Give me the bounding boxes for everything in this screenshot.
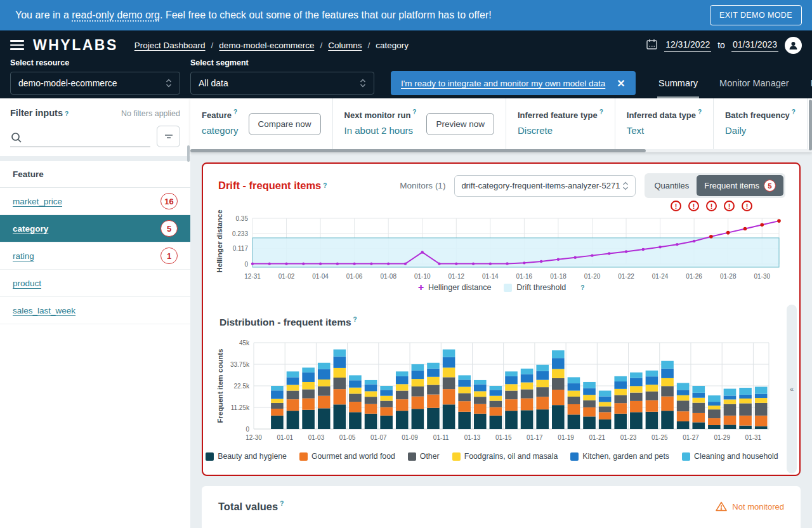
sidebar-scrollbar[interactable] bbox=[187, 145, 190, 162]
filter-inputs-panel: Filter inputs? No filters applied bbox=[0, 98, 190, 156]
quantiles-toggle[interactable]: Quantiles bbox=[646, 176, 697, 195]
sidebar-item-product[interactable]: product bbox=[0, 270, 190, 297]
help-icon[interactable]: ? bbox=[580, 284, 584, 291]
breadcrumb-item[interactable]: Project Dashboard bbox=[134, 41, 206, 50]
hamburger-menu-icon[interactable] bbox=[10, 40, 24, 50]
svg-text:Frequent item counts: Frequent item counts bbox=[216, 349, 224, 423]
svg-text:01-17: 01-17 bbox=[527, 434, 543, 441]
distribution-title: Distribution - frequent items? bbox=[219, 316, 357, 328]
help-icon[interactable]: ? bbox=[65, 110, 69, 117]
user-avatar[interactable] bbox=[785, 37, 802, 54]
feature-link[interactable]: sales_last_week bbox=[13, 306, 75, 315]
svg-text:01-20: 01-20 bbox=[584, 273, 601, 280]
help-icon[interactable]: ? bbox=[233, 109, 237, 116]
help-icon[interactable]: ? bbox=[353, 316, 357, 323]
svg-text:01-09: 01-09 bbox=[402, 434, 418, 441]
series-swatch-icon bbox=[452, 452, 461, 461]
select-resource-label: Select resource bbox=[10, 58, 180, 67]
monitor-select[interactable]: drift-category-frequent-items-analyzer-5… bbox=[454, 175, 636, 197]
svg-text:01-28: 01-28 bbox=[720, 273, 737, 280]
breadcrumb-item[interactable]: Columns bbox=[328, 41, 362, 50]
exit-demo-mode-button[interactable]: EXIT DEMO MODE bbox=[710, 5, 802, 25]
legend-item-hellinger-distance: ✚Hellinger distance bbox=[418, 283, 492, 292]
calendar-icon[interactable] bbox=[646, 38, 658, 52]
sidebar-item-sales_last_week[interactable]: sales_last_week bbox=[0, 297, 190, 324]
svg-text:01-22: 01-22 bbox=[618, 273, 634, 280]
svg-text:22.5k: 22.5k bbox=[234, 383, 250, 390]
not-monitored-status: Not monitored bbox=[716, 501, 784, 512]
svg-text:01-15: 01-15 bbox=[495, 434, 512, 441]
date-range-start-field[interactable]: 12/31/2022 bbox=[664, 39, 711, 52]
legend-item-foodgrains-oil-and-masala: Foodgrains, oil and masala bbox=[452, 452, 558, 461]
info-cell-next-monitor-run: Next monitor run?In about 2 hoursPreview… bbox=[333, 98, 506, 152]
frequent-items-toggle[interactable]: Frequent items 5 bbox=[697, 175, 783, 196]
svg-text:01-02: 01-02 bbox=[278, 273, 295, 280]
svg-text:01-18: 01-18 bbox=[550, 273, 566, 280]
svg-text:01-05: 01-05 bbox=[339, 434, 356, 441]
series-swatch-icon bbox=[682, 452, 690, 461]
breadcrumb-item[interactable]: demo-model-ecommerce bbox=[219, 41, 314, 50]
help-icon[interactable]: ? bbox=[698, 109, 702, 116]
legend-item-drift-threshold: Drift threshold bbox=[504, 283, 566, 292]
svg-text:01-24: 01-24 bbox=[652, 273, 669, 280]
help-icon[interactable]: ? bbox=[412, 109, 416, 116]
tab-profiles[interactable]: Profiles bbox=[809, 78, 812, 98]
info-label: Inferred data type bbox=[627, 110, 696, 120]
info-value: category bbox=[202, 125, 239, 136]
help-icon[interactable]: ? bbox=[280, 500, 284, 507]
svg-text:0.117: 0.117 bbox=[233, 245, 249, 252]
tab-summary[interactable]: Summary bbox=[657, 78, 699, 98]
compare-now-button[interactable]: Compare now bbox=[249, 113, 321, 135]
total-values-title: Total values? bbox=[218, 500, 284, 513]
sidebar-item-category[interactable]: category5 bbox=[0, 215, 190, 242]
svg-text:01-08: 01-08 bbox=[380, 273, 396, 280]
line-marker-icon: ✚ bbox=[418, 284, 424, 292]
breadcrumb: Project Dashboard/demo-model-ecommerce/C… bbox=[134, 41, 409, 50]
page-vscrollbar-thumb[interactable] bbox=[809, 100, 812, 150]
feature-link[interactable]: category bbox=[13, 224, 48, 234]
distribution-bar-chart: 011.25k22.5k33.75k45k12-3001-0101-0301-0… bbox=[214, 334, 789, 453]
svg-text:33.75k: 33.75k bbox=[230, 361, 250, 368]
svg-text:01-21: 01-21 bbox=[589, 434, 606, 441]
filter-button[interactable] bbox=[157, 126, 180, 147]
threshold-swatch-icon bbox=[504, 284, 512, 292]
whylabs-logo: WHYLABS bbox=[33, 37, 118, 54]
feature-info-bar: Feature?categoryCompare nowNext monitor … bbox=[190, 98, 812, 152]
svg-text:12-31: 12-31 bbox=[244, 273, 261, 280]
svg-text:01-29: 01-29 bbox=[714, 434, 730, 441]
help-icon[interactable]: ? bbox=[599, 109, 603, 116]
resource-select[interactable]: demo-model-ecommerce bbox=[10, 72, 180, 95]
feature-link[interactable]: product bbox=[13, 279, 41, 288]
segment-select[interactable]: All data bbox=[190, 72, 374, 95]
svg-text:45k: 45k bbox=[239, 340, 250, 346]
svg-text:01-16: 01-16 bbox=[516, 273, 533, 280]
feature-list-panel: Feature market_price16category5rating1pr… bbox=[0, 161, 190, 528]
svg-text:11.25k: 11.25k bbox=[231, 404, 250, 411]
sidebar-item-market_price[interactable]: market_price16 bbox=[0, 188, 190, 215]
info-bar-hscrollbar-thumb[interactable] bbox=[190, 149, 646, 152]
info-label: Inferred feature type bbox=[518, 110, 598, 120]
feature-link[interactable]: market_price bbox=[13, 197, 62, 206]
info-value: Daily bbox=[725, 125, 796, 136]
svg-text:01-07: 01-07 bbox=[370, 434, 387, 441]
chevron-up-down-icon bbox=[622, 181, 629, 191]
read-only-demo-org-link[interactable]: read-only demo org bbox=[72, 10, 160, 20]
preview-now-button[interactable]: Preview now bbox=[426, 113, 494, 135]
help-icon[interactable]: ? bbox=[792, 109, 796, 116]
feature-link[interactable]: rating bbox=[13, 251, 34, 261]
chevron-up-down-icon bbox=[360, 78, 366, 88]
help-icon[interactable]: ? bbox=[323, 182, 327, 189]
svg-text:01-25: 01-25 bbox=[652, 434, 668, 441]
distribution-chart-legend: Beauty and hygieneGourmet and world food… bbox=[203, 452, 799, 461]
sidebar-item-rating[interactable]: rating1 bbox=[0, 242, 190, 270]
feature-search-input[interactable] bbox=[10, 131, 150, 147]
date-range-end-field[interactable]: 01/31/2023 bbox=[731, 39, 778, 52]
filter-inputs-title: Filter inputs bbox=[10, 108, 63, 118]
svg-text:01-10: 01-10 bbox=[414, 273, 431, 280]
tab-monitor-manager[interactable]: Monitor Manager bbox=[718, 78, 790, 98]
close-icon[interactable]: ✕ bbox=[617, 77, 625, 89]
integration-banner-link[interactable]: I'm ready to integrate and monitor my ow… bbox=[401, 79, 605, 88]
svg-text:0.35: 0.35 bbox=[236, 215, 249, 222]
collapse-panel-handle[interactable]: « bbox=[787, 305, 797, 473]
svg-text:Hellinger distance: Hellinger distance bbox=[216, 209, 223, 272]
